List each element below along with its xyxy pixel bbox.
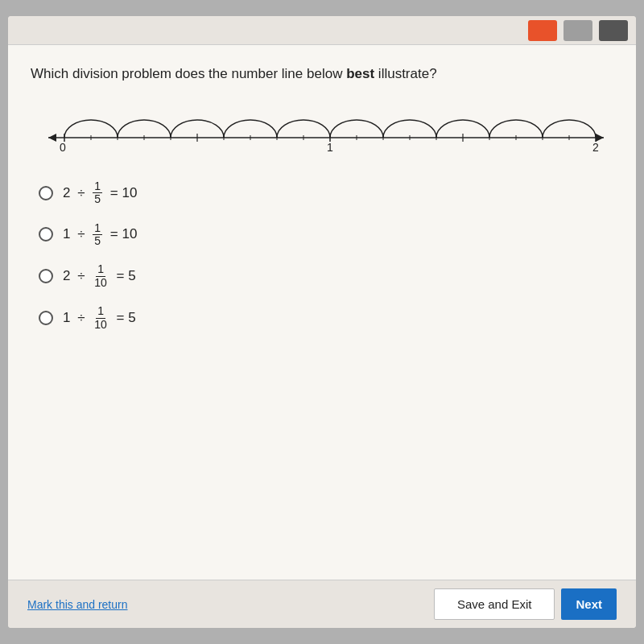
number-line-container: 0 1 2 (31, 101, 613, 158)
bottom-buttons: Save and Exit Next (434, 588, 617, 620)
choice-b[interactable]: 1 ÷ 1 5 = 10 (39, 222, 613, 248)
choice-b-fraction: 1 5 (93, 222, 102, 248)
choice-a[interactable]: 2 ÷ 1 5 = 10 (39, 180, 613, 206)
save-exit-button[interactable]: Save and Exit (434, 588, 555, 620)
choice-d-fraction: 1 10 (93, 305, 109, 331)
choice-c-op: ÷ (73, 268, 89, 284)
gray-button[interactable] (564, 20, 592, 41)
choice-c-denominator: 10 (93, 277, 109, 289)
choice-d-text: 1 ÷ 1 10 = 5 (63, 305, 136, 331)
choices-container: 2 ÷ 1 5 = 10 1 ÷ 1 5 (39, 180, 613, 331)
svg-text:2: 2 (592, 141, 599, 154)
choice-a-numerator: 1 (93, 180, 102, 193)
choice-a-text: 2 ÷ 1 5 = 10 (63, 180, 137, 206)
choice-d[interactable]: 1 ÷ 1 10 = 5 (39, 305, 613, 331)
choice-b-denominator: 5 (93, 235, 102, 247)
choice-d-whole: 1 (63, 310, 70, 326)
choice-a-equals: = 10 (106, 185, 137, 201)
choice-a-denominator: 5 (93, 193, 102, 205)
choice-a-fraction: 1 5 (93, 180, 102, 206)
dark-button[interactable] (599, 20, 628, 41)
choice-d-op: ÷ (73, 310, 89, 326)
number-line-svg: 0 1 2 (31, 101, 613, 158)
question-suffix: illustrate? (374, 66, 436, 81)
question-bold: best (346, 66, 374, 81)
choice-c-text: 2 ÷ 1 10 = 5 (63, 263, 136, 289)
question-text: Which division problem does the number l… (31, 64, 613, 84)
choice-a-op: ÷ (73, 185, 89, 201)
choice-c[interactable]: 2 ÷ 1 10 = 5 (39, 263, 613, 289)
choice-b-text: 1 ÷ 1 5 = 10 (63, 222, 137, 248)
choice-c-fraction: 1 10 (93, 263, 109, 289)
choice-b-whole: 1 (63, 226, 70, 242)
svg-text:0: 0 (60, 141, 66, 154)
choice-d-denominator: 10 (93, 319, 109, 331)
svg-text:1: 1 (327, 141, 333, 154)
choice-c-whole: 2 (63, 268, 70, 284)
radio-a[interactable] (39, 186, 53, 200)
bottom-bar: Mark this and return Save and Exit Next (8, 580, 636, 628)
next-button[interactable]: Next (561, 588, 617, 620)
radio-c[interactable] (39, 269, 53, 283)
choice-b-op: ÷ (73, 226, 89, 242)
orange-button[interactable] (528, 20, 557, 41)
choice-b-numerator: 1 (93, 222, 102, 235)
question-prefix: Which division problem does the number l… (31, 66, 346, 81)
choice-d-numerator: 1 (96, 305, 105, 318)
mark-return-link[interactable]: Mark this and return (27, 598, 128, 611)
choice-c-numerator: 1 (96, 263, 105, 276)
radio-b[interactable] (39, 227, 53, 242)
main-content: Which division problem does the number l… (8, 45, 636, 580)
radio-d[interactable] (39, 311, 53, 325)
choice-a-whole: 2 (63, 185, 70, 201)
top-bar (8, 16, 636, 45)
screen: Which division problem does the number l… (8, 16, 636, 628)
choice-b-equals: = 10 (106, 226, 137, 242)
choice-d-equals: = 5 (113, 310, 136, 326)
choice-c-equals: = 5 (113, 268, 136, 284)
